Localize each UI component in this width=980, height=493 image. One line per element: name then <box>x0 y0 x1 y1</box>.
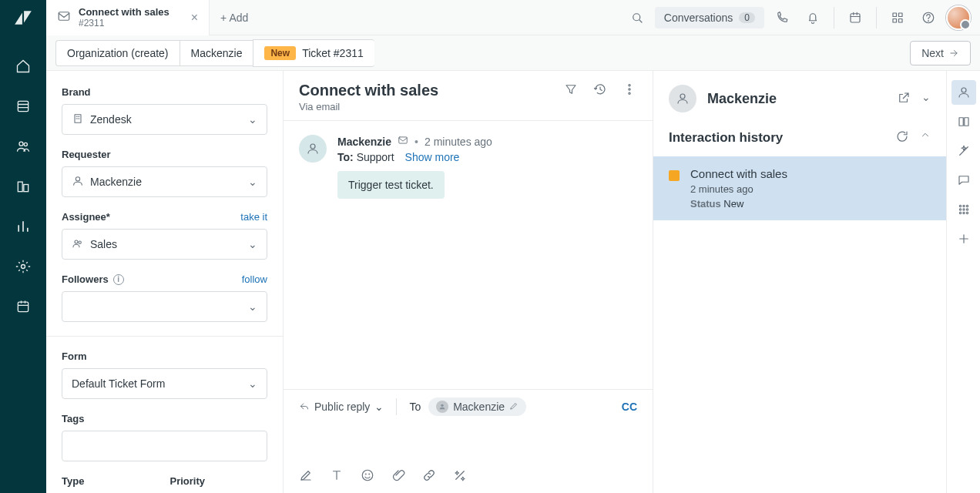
attachment-icon[interactable] <box>391 468 405 482</box>
svg-point-34 <box>959 209 961 210</box>
apps-sidebar <box>946 71 980 493</box>
take-it-link[interactable]: take it <box>240 211 267 223</box>
edit-icon[interactable] <box>509 401 519 413</box>
chevron-down-icon[interactable]: ⌄ <box>921 91 931 107</box>
link-icon[interactable] <box>422 468 436 482</box>
chevron-down-icon: ⌄ <box>248 176 257 188</box>
svg-point-19 <box>79 241 81 243</box>
chevron-up-icon[interactable] <box>920 129 931 146</box>
breadcrumb-organization[interactable]: Organization (create) <box>55 40 180 66</box>
to-label: To: <box>337 151 354 163</box>
calendar-icon[interactable] <box>842 5 868 31</box>
chevron-down-icon: ⌄ <box>248 113 257 126</box>
brand-select[interactable]: Zendesk ⌄ <box>62 104 267 135</box>
form-select[interactable]: Default Ticket Form ⌄ <box>62 368 267 399</box>
user-context-icon[interactable] <box>951 80 976 105</box>
breadcrumb-ticket[interactable]: New Ticket #2311 <box>253 39 374 67</box>
requester-avatar <box>669 85 696 112</box>
more-icon[interactable] <box>622 82 637 97</box>
nav-home[interactable] <box>9 52 37 80</box>
phone-icon[interactable] <box>769 5 795 31</box>
open-external-icon[interactable] <box>897 91 911 107</box>
recipient-chip[interactable]: Mackenzie <box>428 397 526 416</box>
apps-icon[interactable] <box>884 5 911 31</box>
history-icon[interactable] <box>592 82 608 97</box>
ticket-title: Connect with sales <box>299 82 563 99</box>
svg-rect-24 <box>399 137 408 143</box>
svg-point-30 <box>962 88 966 92</box>
conversations-button[interactable]: Conversations 0 <box>655 7 764 29</box>
svg-point-39 <box>966 212 968 213</box>
svg-rect-13 <box>899 18 903 22</box>
svg-point-17 <box>76 176 79 180</box>
breadcrumb-requester[interactable]: Mackenzie <box>180 40 253 66</box>
requester-select[interactable]: Mackenzie ⌄ <box>62 166 267 197</box>
filter-icon[interactable] <box>563 82 579 97</box>
knowledge-icon[interactable] <box>951 109 976 134</box>
history-item-status-value: New <box>723 198 743 210</box>
chevron-down-icon: ⌄ <box>248 377 257 390</box>
nav-reporting[interactable] <box>9 213 37 240</box>
history-item[interactable]: Connect with sales 2 minutes ago Status … <box>653 156 946 220</box>
compose-icon[interactable] <box>299 468 313 482</box>
text-format-icon[interactable] <box>330 468 344 482</box>
svg-rect-16 <box>75 114 81 122</box>
brand-label: Brand <box>62 86 267 98</box>
info-icon[interactable]: i <box>113 274 124 285</box>
follow-link[interactable]: follow <box>242 273 267 285</box>
nav-customers[interactable] <box>9 132 37 160</box>
nav-rail <box>0 0 46 493</box>
tab-subtitle: #2311 <box>79 18 169 29</box>
cc-button[interactable]: CC <box>622 401 637 413</box>
nav-organizations[interactable] <box>9 173 37 200</box>
help-icon[interactable] <box>915 5 941 31</box>
nav-views[interactable] <box>9 92 37 120</box>
svg-point-29 <box>680 94 685 99</box>
refresh-icon[interactable] <box>895 129 909 146</box>
grid-icon[interactable] <box>951 197 976 222</box>
search-icon[interactable] <box>624 5 650 31</box>
reply-textarea[interactable] <box>284 424 653 462</box>
bell-icon[interactable] <box>800 5 826 31</box>
sparkle-icon[interactable] <box>951 139 976 163</box>
svg-rect-9 <box>851 13 860 22</box>
profile-avatar[interactable] <box>946 5 971 30</box>
svg-point-21 <box>629 89 630 90</box>
reply-mode-select[interactable]: Public reply ⌄ <box>299 401 384 413</box>
zendesk-logo-icon <box>13 8 33 28</box>
svg-point-23 <box>310 144 315 149</box>
next-button[interactable]: Next <box>910 41 971 65</box>
breadcrumb-row: Organization (create) Mackenzie New Tick… <box>46 35 980 71</box>
magic-icon[interactable] <box>453 468 467 482</box>
svg-point-2 <box>24 143 27 146</box>
followers-select[interactable]: ⌄ <box>62 291 267 322</box>
form-value: Default Ticket Form <box>72 377 165 390</box>
assignee-select[interactable]: Sales ⌄ <box>62 229 267 260</box>
svg-point-18 <box>75 240 78 243</box>
group-icon <box>72 237 84 252</box>
show-more-link[interactable]: Show more <box>405 151 460 163</box>
close-icon[interactable]: × <box>191 11 198 25</box>
top-bar: Connect with sales #2311 × + Add Convers… <box>46 0 980 35</box>
status-badge: New <box>264 46 296 60</box>
chat-icon[interactable] <box>951 168 976 193</box>
conversations-count: 0 <box>739 12 755 23</box>
svg-point-33 <box>966 205 968 206</box>
priority-label: Priority <box>170 475 268 487</box>
emoji-icon[interactable] <box>361 468 374 482</box>
svg-rect-10 <box>893 13 897 17</box>
message-author: Mackenzie <box>337 136 391 148</box>
history-item-title: Connect with sales <box>690 167 787 180</box>
ticket-tab[interactable]: Connect with sales #2311 × <box>46 0 210 35</box>
add-tab-button[interactable]: + Add <box>210 12 259 24</box>
requester-name: Mackenzie <box>707 91 886 107</box>
mail-icon <box>398 135 408 148</box>
nav-calendar[interactable] <box>9 293 37 320</box>
svg-rect-3 <box>18 182 22 192</box>
requester-value: Mackenzie <box>90 176 142 188</box>
reply-to-label: To <box>409 401 421 413</box>
nav-admin[interactable] <box>9 253 37 280</box>
add-app-icon[interactable] <box>951 226 976 251</box>
tags-input[interactable] <box>62 431 267 461</box>
message-time: 2 minutes ago <box>425 136 492 148</box>
